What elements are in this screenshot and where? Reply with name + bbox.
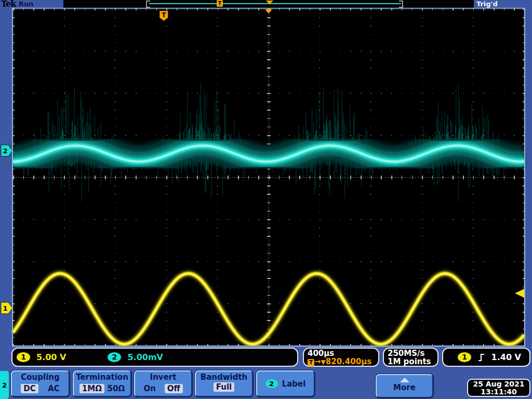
termination-title: Termination — [74, 373, 130, 382]
svg-text:T: T — [162, 11, 166, 19]
invert-title: Invert — [135, 373, 191, 382]
waveform-display: 21T — [0, 8, 532, 348]
ch1-scale-readout: 5.00 V — [36, 352, 66, 362]
ch2-scale-readout: 5.00mV — [127, 352, 163, 362]
coupling-title: Coupling — [12, 373, 69, 382]
trigger-source-badge: 1 — [458, 352, 471, 362]
record-view-left-bracket[interactable] — [146, 1, 150, 8]
coupling-option-dc[interactable]: DC — [21, 384, 38, 393]
svg-text:1: 1 — [3, 304, 7, 312]
horizontal-readout-box[interactable]: 400µs T→▼820.400µs — [303, 348, 379, 367]
coupling-button[interactable]: Coupling DC AC — [11, 370, 70, 397]
date-readout: 25 Aug 2021 — [473, 380, 524, 388]
termination-option-1m[interactable]: 1MΩ — [79, 384, 104, 393]
delay-arrow-icon: → — [314, 357, 321, 366]
top-status-bar: T Tek Run Trig'd — [0, 0, 532, 8]
record-view-waveform-line — [149, 3, 401, 4]
termination-button[interactable]: Termination 1MΩ 50Ω — [73, 370, 131, 397]
invert-option-off[interactable]: Off — [165, 384, 183, 393]
ch2-zero-marker[interactable]: 2 — [1, 145, 12, 156]
record-view-trigger-t-icon[interactable]: T — [217, 0, 223, 7]
time-readout: 13:11:40 — [481, 388, 517, 396]
expansion-marker-icon: ▼ — [321, 358, 326, 366]
trigger-t-icon: T — [308, 359, 314, 366]
svg-text:2: 2 — [3, 147, 7, 155]
trigger-readout-box[interactable]: 1 1.40 V — [442, 348, 530, 367]
label-channel-badge: 2 — [265, 379, 278, 388]
more-title: More — [377, 383, 432, 392]
trigger-status: Trig'd — [476, 0, 498, 8]
channel-readouts-box[interactable]: 1 5.00 V 2 5.00mV — [11, 348, 298, 367]
bandwidth-title: Bandwidth — [196, 373, 252, 382]
termination-option-50[interactable]: 50Ω — [108, 384, 125, 393]
more-button[interactable]: More — [376, 374, 433, 398]
ch1-badge[interactable]: 1 — [17, 352, 30, 362]
trigger-level-readout: 1.40 V — [491, 352, 521, 362]
trigger-delay-readout: 820.400µs — [326, 357, 371, 366]
ch1-zero-marker[interactable]: 1 — [1, 302, 12, 314]
acquisition-status: Run — [19, 0, 34, 8]
ch2-badge[interactable]: 2 — [108, 352, 121, 362]
bandwidth-button[interactable]: Bandwidth Full — [195, 370, 253, 397]
label-title: Label — [282, 379, 306, 389]
invert-option-on[interactable]: On — [143, 384, 155, 393]
record-view-right-bracket[interactable] — [399, 1, 403, 8]
record-length-readout: 1M points — [388, 357, 431, 366]
label-button[interactable]: 2 Label — [256, 370, 315, 397]
invert-button[interactable]: Invert On Off — [134, 370, 192, 397]
menu-channel-tab: 2 — [0, 371, 9, 399]
rising-edge-icon — [477, 353, 485, 362]
acquisition-readout-box[interactable]: 250MS/s 1M points — [383, 348, 438, 367]
coupling-option-ac[interactable]: AC — [48, 384, 60, 393]
record-view-strip: T — [63, 0, 474, 8]
oscilloscope-screen: T Tek Run Trig'd 21T 1 5.00 V 2 5.00mV 4… — [0, 0, 532, 399]
datetime-box: 25 Aug 2021 13:11:40 — [467, 379, 530, 397]
bandwidth-value[interactable]: Full — [214, 382, 234, 392]
record-view-expansion-marker-icon[interactable] — [266, 1, 273, 5]
more-up-arrow-icon — [400, 378, 409, 382]
